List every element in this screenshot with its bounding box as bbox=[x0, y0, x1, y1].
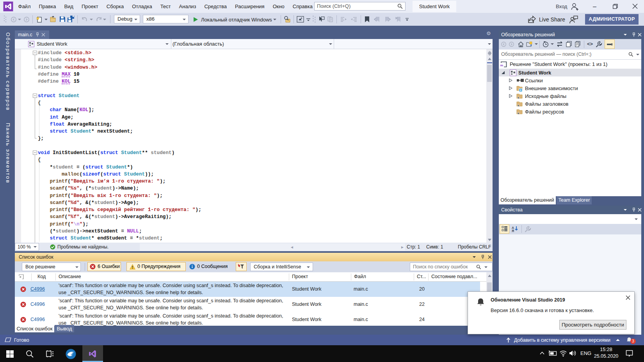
svg-text:Я: Я bbox=[512, 229, 514, 232]
svg-text:∞: ∞ bbox=[500, 63, 503, 67]
